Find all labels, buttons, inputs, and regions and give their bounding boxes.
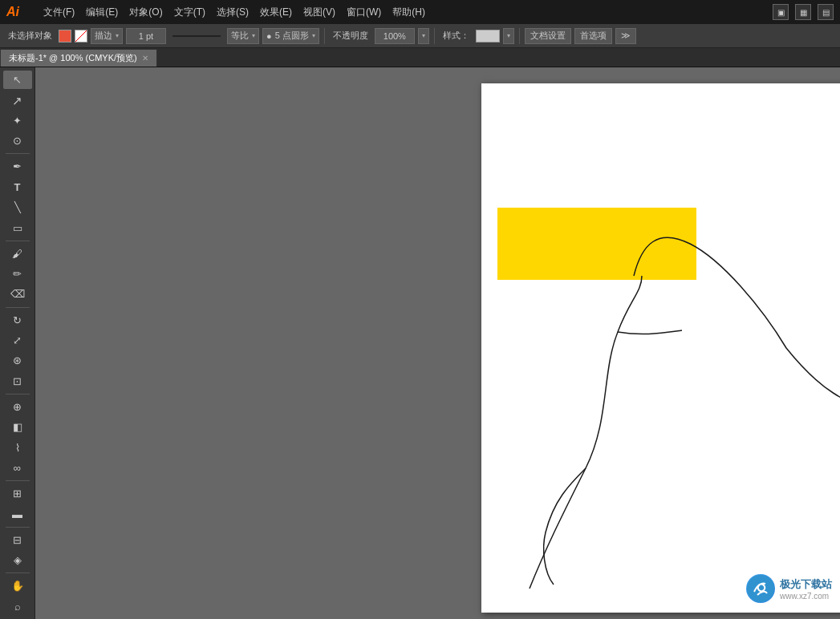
lasso-tool[interactable]: ⊙ (3, 131, 32, 150)
main-area: ↖ ↗ ✦ ⊙ ✒ T ╲ ▭ 🖌 ✏ ⌫ (0, 67, 840, 619)
symbol-tool[interactable]: ⊞ (3, 484, 32, 503)
eyedropper-tool[interactable]: ⌇ (3, 438, 32, 456)
shape-builder-tool[interactable]: ⊕ (3, 398, 32, 416)
menu-effect[interactable]: 效果(E) (255, 4, 297, 21)
stroke-arrow: ▾ (116, 32, 119, 39)
sep1 (324, 28, 325, 44)
style-swatch[interactable] (476, 30, 500, 42)
proportion-arrow: ▾ (252, 32, 255, 39)
type-tool[interactable]: T (3, 178, 32, 196)
gradient-icon: ◧ (13, 422, 22, 432)
left-toolbar: ↖ ↗ ✦ ⊙ ✒ T ╲ ▭ 🖌 ✏ ⌫ (0, 67, 35, 619)
tab-title: 未标题-1* @ 100% (CMYK/预览) (9, 52, 137, 64)
graph-tool[interactable]: ▬ (3, 504, 32, 523)
shape-builder-icon: ⊕ (13, 402, 22, 412)
slice-tool[interactable]: ◈ (3, 551, 32, 569)
options-toolbar: 未选择对象 描边 ▾ 等比 ▾ ● 5 点圆形 ▾ 不透明度 ▾ 样式： ▾ 文… (0, 24, 840, 48)
stroke-swatch[interactable] (75, 30, 87, 42)
document-tab[interactable]: 未标题-1* @ 100% (CMYK/预览) ✕ (0, 49, 157, 67)
magic-wand-icon: ✦ (13, 115, 22, 126)
menu-edit[interactable]: 编辑(E) (81, 4, 123, 21)
arrange-icon[interactable]: ▦ (795, 4, 811, 20)
stroke-width-input[interactable] (126, 28, 166, 44)
lasso-icon: ⊙ (13, 136, 22, 146)
tool-sep-1 (6, 153, 30, 154)
opacity-input[interactable] (375, 28, 415, 44)
eraser-tool[interactable]: ⌫ (3, 285, 32, 303)
type-icon: T (14, 182, 21, 192)
rectangle-icon: ▭ (13, 223, 22, 233)
minimize-icon[interactable]: ▣ (773, 4, 789, 20)
watermark-logo (746, 574, 775, 603)
tool-sep-3 (6, 307, 30, 308)
scale-tool[interactable]: ⤢ (3, 331, 32, 350)
pencil-tool[interactable]: ✏ (3, 265, 32, 283)
scale-icon: ⤢ (13, 335, 22, 346)
free-transform-icon: ⊡ (13, 376, 22, 386)
menu-view[interactable]: 视图(V) (298, 4, 340, 21)
artboard-tool[interactable]: ⊟ (3, 531, 32, 549)
pen-tool[interactable]: ✒ (3, 157, 32, 176)
menu-help[interactable]: 帮助(H) (388, 4, 430, 21)
warp-tool[interactable]: ⊛ (3, 351, 32, 370)
line-icon: ╲ (14, 202, 21, 212)
tab-close-icon[interactable]: ✕ (142, 54, 148, 63)
eraser-icon: ⌫ (10, 289, 25, 299)
watermark-text-block: 极光下载站 www.xz7.com (780, 577, 832, 601)
tool-sep-6 (6, 527, 30, 528)
magic-wand-tool[interactable]: ✦ (3, 111, 32, 130)
rotate-tool[interactable]: ↻ (3, 310, 32, 329)
fill-swatch[interactable] (59, 30, 71, 42)
pen-icon: ✒ (13, 161, 22, 172)
selection-status: 未选择对象 (5, 30, 55, 42)
hand-tool[interactable]: ✋ (3, 577, 32, 595)
zoom-icon: ⌕ (14, 601, 21, 612)
line-tool[interactable]: ╲ (3, 198, 32, 216)
rotate-icon: ↻ (13, 315, 22, 326)
style-dropdown[interactable]: ▾ (503, 28, 514, 44)
menu-text[interactable]: 文字(T) (169, 4, 210, 21)
watermark-site: 极光下载站 (780, 577, 832, 592)
doc-settings-button[interactable]: 文档设置 (525, 28, 571, 44)
preferences-button[interactable]: 首选项 (574, 28, 612, 44)
svg-point-0 (747, 575, 774, 602)
artboard (481, 83, 840, 613)
watermark-url: www.xz7.com (780, 592, 832, 601)
tab-bar: 未标题-1* @ 100% (CMYK/预览) ✕ (0, 48, 840, 67)
direct-selection-tool[interactable]: ↗ (3, 91, 32, 109)
selection-tool[interactable]: ↖ (3, 71, 32, 89)
extra-btn[interactable]: ≫ (615, 28, 636, 44)
style-arrow: ▾ (507, 32, 510, 39)
free-transform-tool[interactable]: ⊡ (3, 372, 32, 390)
style-label: 样式： (440, 30, 473, 42)
menu-file[interactable]: 文件(F) (39, 4, 79, 21)
proportion-dropdown[interactable]: 等比 ▾ (227, 28, 259, 44)
blend-icon: ∞ (14, 463, 21, 473)
paintbrush-icon: 🖌 (12, 249, 22, 259)
menu-window[interactable]: 窗口(W) (342, 4, 386, 21)
artboard-icon: ⊟ (13, 535, 22, 545)
rectangle-tool[interactable]: ▭ (3, 218, 32, 237)
canvas-area[interactable]: 极光下载站 www.xz7.com (35, 67, 840, 619)
curves-svg (481, 83, 840, 613)
gradient-tool[interactable]: ◧ (3, 418, 32, 436)
menu-select[interactable]: 选择(S) (212, 4, 254, 21)
title-icons: ▣ ▦ ▤ (773, 4, 834, 20)
stroke-dropdown[interactable]: 描边 ▾ (91, 28, 123, 44)
hand-icon: ✋ (11, 581, 24, 591)
blend-tool[interactable]: ∞ (3, 459, 32, 477)
zoom-tool[interactable]: ⌕ (3, 597, 32, 615)
watermark: 极光下载站 www.xz7.com (746, 574, 832, 603)
direct-selection-icon: ↗ (12, 95, 22, 107)
selection-icon: ↖ (13, 75, 22, 85)
pencil-icon: ✏ (13, 269, 22, 279)
warp-icon: ⊛ (13, 355, 22, 366)
point-type-dropdown[interactable]: ● 5 点圆形 ▾ (262, 28, 319, 44)
title-bar: Ai 文件(F) 编辑(E) 对象(O) 文字(T) 选择(S) 效果(E) 视… (0, 0, 840, 24)
menu-object[interactable]: 对象(O) (124, 4, 167, 21)
opacity-dropdown[interactable]: ▾ (418, 28, 429, 44)
arrange2-icon[interactable]: ▤ (818, 4, 834, 20)
tool-sep-5 (6, 480, 30, 481)
eyedropper-icon: ⌇ (15, 443, 20, 453)
paintbrush-tool[interactable]: 🖌 (3, 245, 32, 263)
